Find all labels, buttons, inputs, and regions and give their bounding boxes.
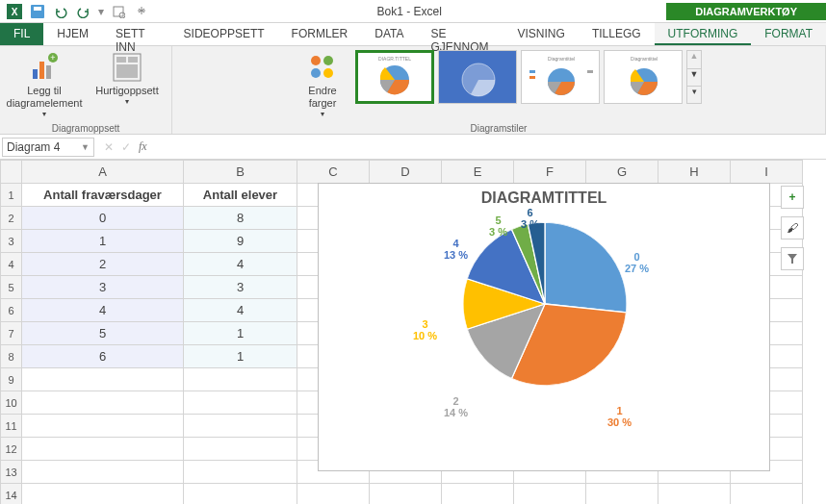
tab-design[interactable]: UTFORMING xyxy=(655,23,752,45)
col-header-D[interactable]: D xyxy=(370,161,442,184)
chart-object[interactable]: DIAGRAMTITTEL 027 % 130 % 214 % 310 % 41… xyxy=(318,183,770,471)
name-box[interactable]: Diagram 4 ▼ xyxy=(2,138,94,157)
cell[interactable] xyxy=(184,368,297,391)
enter-icon[interactable]: ✓ xyxy=(121,140,131,154)
tab-formulas[interactable]: FORMLER xyxy=(278,23,362,45)
col-header-C[interactable]: C xyxy=(297,161,370,184)
cell[interactable] xyxy=(184,461,297,484)
cell[interactable] xyxy=(731,484,803,505)
row-header[interactable]: 7 xyxy=(1,322,22,345)
row-header[interactable]: 4 xyxy=(1,253,22,276)
cell[interactable]: 4 xyxy=(184,299,297,322)
row-header[interactable]: 2 xyxy=(1,207,22,230)
undo-icon[interactable] xyxy=(50,1,71,22)
row-header[interactable]: 9 xyxy=(1,368,22,391)
cell[interactable]: 0 xyxy=(22,207,184,230)
row-header[interactable]: 6 xyxy=(1,299,22,322)
col-header-I[interactable]: I xyxy=(731,161,803,184)
save-icon[interactable] xyxy=(27,1,48,22)
tab-home[interactable]: HJEM xyxy=(43,23,102,45)
cell[interactable] xyxy=(442,484,514,505)
chart-style-4[interactable]: Diagramtittel xyxy=(604,50,683,104)
chart-styles-button[interactable]: 🖌 xyxy=(781,216,804,239)
cell[interactable] xyxy=(22,461,184,484)
cell[interactable]: 8 xyxy=(184,207,297,230)
cell[interactable]: 2 xyxy=(22,253,184,276)
cell[interactable] xyxy=(370,484,442,505)
row-header[interactable]: 8 xyxy=(1,345,22,368)
name-box-dropdown-icon[interactable]: ▼ xyxy=(81,142,90,152)
row-header[interactable]: 14 xyxy=(1,484,22,505)
select-all-corner[interactable] xyxy=(1,161,22,184)
change-colors-button[interactable]: Endre farger ▾ xyxy=(296,50,349,121)
gallery-down-icon[interactable]: ▼ xyxy=(687,68,701,86)
cell[interactable]: 5 xyxy=(22,322,184,345)
cell[interactable] xyxy=(184,484,297,505)
tab-addins[interactable]: TILLEGG xyxy=(579,23,655,45)
tab-pagelayout[interactable]: SIDEOPPSETT xyxy=(170,23,278,45)
gallery-up-icon[interactable]: ▲ xyxy=(687,51,701,68)
cell[interactable]: 9 xyxy=(184,230,297,253)
row-header[interactable]: 10 xyxy=(1,391,22,415)
row-header[interactable]: 3 xyxy=(1,230,22,253)
col-header-A[interactable]: A xyxy=(22,161,184,184)
cell[interactable]: 1 xyxy=(184,345,297,368)
formula-input[interactable] xyxy=(155,145,826,149)
col-header-F[interactable]: F xyxy=(514,161,586,184)
chart-style-1[interactable]: DIAGR.TITTEL xyxy=(355,50,434,104)
cell[interactable]: 3 xyxy=(184,276,297,299)
qat-customize-icon[interactable]: ▾ xyxy=(96,1,106,22)
gallery-more-icon[interactable]: ▾ xyxy=(687,86,701,103)
cell[interactable] xyxy=(297,484,370,505)
row-header[interactable]: 11 xyxy=(1,415,22,438)
row-header[interactable]: 5 xyxy=(1,276,22,299)
cell[interactable] xyxy=(22,368,184,391)
tab-format[interactable]: FORMAT xyxy=(751,23,826,45)
cell[interactable] xyxy=(184,415,297,438)
row-header[interactable]: 1 xyxy=(1,184,22,207)
cell[interactable] xyxy=(22,484,184,505)
col-header-G[interactable]: G xyxy=(586,161,658,184)
row-header[interactable]: 12 xyxy=(1,438,22,461)
row-header[interactable]: 13 xyxy=(1,461,22,484)
cell[interactable] xyxy=(586,484,658,505)
cell[interactable] xyxy=(22,415,184,438)
cancel-icon[interactable]: ✕ xyxy=(104,140,114,154)
print-preview-icon[interactable] xyxy=(108,1,129,22)
excel-icon[interactable]: X xyxy=(4,1,25,22)
chart-title[interactable]: DIAGRAMTITTEL xyxy=(319,184,769,213)
cell[interactable]: 1 xyxy=(22,230,184,253)
cell[interactable] xyxy=(22,438,184,461)
tab-view[interactable]: VISNING xyxy=(504,23,579,45)
touch-mode-icon[interactable] xyxy=(131,1,152,22)
cell[interactable]: 4 xyxy=(184,253,297,276)
cell[interactable] xyxy=(184,391,297,415)
add-chart-element-button[interactable]: + Legg til diagramelement ▾ xyxy=(6,50,83,121)
col-header-E[interactable]: E xyxy=(442,161,514,184)
fx-icon[interactable]: fx xyxy=(139,139,147,154)
tab-insert[interactable]: SETT INN xyxy=(102,23,170,45)
col-header-B[interactable]: B xyxy=(184,161,297,184)
redo-icon[interactable] xyxy=(73,1,94,22)
quick-layout-label: Hurtigoppsett xyxy=(95,85,158,97)
cell[interactable] xyxy=(184,438,297,461)
cell[interactable] xyxy=(514,484,586,505)
tab-data[interactable]: DATA xyxy=(361,23,417,45)
chart-filter-button[interactable] xyxy=(781,247,804,270)
cell[interactable]: Antall fraværsdager xyxy=(22,184,184,207)
cell[interactable] xyxy=(658,484,731,505)
chart-style-3[interactable]: Diagramtittel xyxy=(521,50,600,104)
col-header-H[interactable]: H xyxy=(658,161,731,184)
cell[interactable]: 3 xyxy=(22,276,184,299)
chart-elements-button[interactable]: + xyxy=(781,186,804,209)
chart-style-2[interactable] xyxy=(438,50,517,104)
cell[interactable]: 4 xyxy=(22,299,184,322)
cell[interactable]: 6 xyxy=(22,345,184,368)
cell[interactable] xyxy=(22,391,184,415)
tab-file[interactable]: FIL xyxy=(0,23,43,45)
tab-review[interactable]: SE GJENNOM xyxy=(418,23,504,45)
quick-layout-button[interactable]: Hurtigoppsett ▾ xyxy=(89,50,166,109)
chart-plot-area[interactable]: 027 % 130 % 214 % 310 % 413 % 53 % 63 % xyxy=(319,213,769,457)
cell[interactable]: 1 xyxy=(184,322,297,345)
cell[interactable]: Antall elever xyxy=(184,184,297,207)
